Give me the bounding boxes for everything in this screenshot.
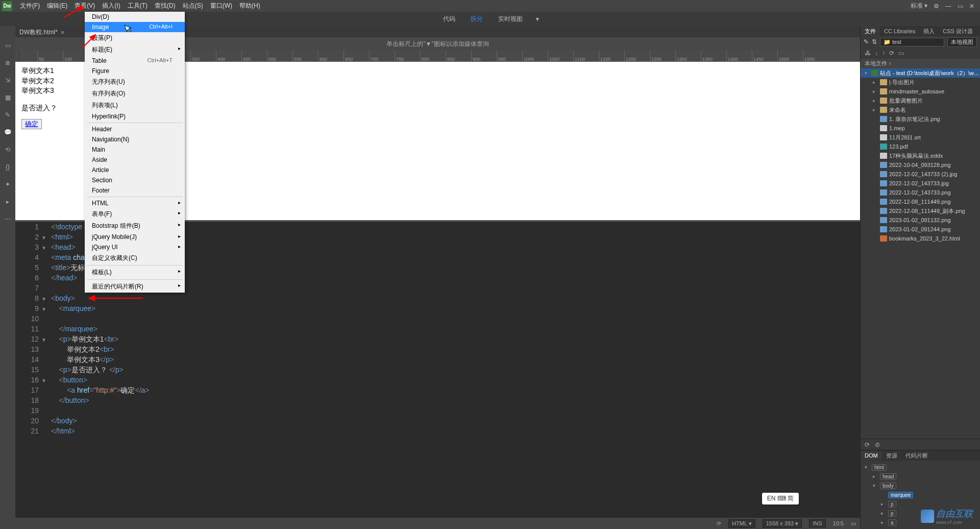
- file-row[interactable]: 2022-12-02_143733 (2).jpg: [861, 170, 980, 179]
- dropdown-item[interactable]: Div(D): [85, 12, 185, 22]
- code-line[interactable]: <button>: [51, 375, 860, 385]
- file-row[interactable]: 11月28日.srt: [861, 133, 980, 142]
- menu-item[interactable]: 窗口(W): [207, 1, 236, 11]
- file-row[interactable]: 2022-12-08_111449_副本.png: [861, 206, 980, 215]
- tool-comment-icon[interactable]: 💬: [3, 127, 13, 137]
- file-row[interactable]: 2023-01-02_091244.png: [861, 225, 980, 234]
- sync-icon[interactable]: ⚙: [932, 1, 941, 11]
- tree-arrow-icon[interactable]: ▾: [873, 483, 878, 488]
- line-number[interactable]: 11: [15, 324, 47, 334]
- file-row[interactable]: 2022-12-02_143733.jpg: [861, 179, 980, 188]
- line-number[interactable]: 14: [15, 354, 47, 365]
- tool-align-icon[interactable]: ▦: [3, 92, 13, 103]
- code-line[interactable]: 举例文本3</p>: [51, 354, 860, 365]
- panel-tab[interactable]: 插入: [919, 26, 939, 37]
- view-code[interactable]: 代码: [440, 13, 458, 26]
- menu-item[interactable]: 查看(V): [71, 1, 99, 11]
- dropdown-item[interactable]: Figure: [85, 66, 185, 76]
- file-row[interactable]: 1.mep: [861, 124, 980, 133]
- dropdown-item[interactable]: 无序列表(U): [85, 76, 185, 88]
- tool-format-icon[interactable]: {}: [3, 162, 13, 172]
- file-row[interactable]: 2022-12-08_111449.png: [861, 197, 980, 206]
- dropdown-item[interactable]: ImageCtrl+Alt+I: [85, 22, 185, 32]
- dom-node[interactable]: ▾html: [863, 463, 978, 472]
- code-line[interactable]: <a href="http:#">确定</a>: [51, 385, 860, 395]
- file-row[interactable]: 2022-12-02_143733.png: [861, 188, 980, 197]
- file-row[interactable]: 2023-01-02_091132.png: [861, 215, 980, 225]
- tool-file-icon[interactable]: ▭: [3, 40, 13, 51]
- status-overflow-icon[interactable]: ▭: [851, 520, 856, 527]
- tool-expand-icon[interactable]: ⇲: [3, 75, 13, 85]
- panel-tab[interactable]: CSS 设计器: [939, 26, 977, 37]
- tool-star-icon[interactable]: ✦: [3, 179, 13, 189]
- dom-node[interactable]: ▾body: [863, 481, 978, 490]
- tool-preview-icon[interactable]: ▸: [3, 197, 13, 207]
- close-icon[interactable]: ✕: [968, 1, 976, 11]
- panel-tab[interactable]: 文件: [861, 26, 880, 37]
- sync-files-icon[interactable]: ⟳: [889, 50, 894, 57]
- tree-arrow-icon[interactable]: ▸: [881, 511, 886, 516]
- log-icon[interactable]: ⊘: [875, 441, 880, 448]
- file-row[interactable]: 17种头脑风暴法.eddx: [861, 151, 980, 160]
- dropdown-item[interactable]: jQuery Mobile(J): [85, 232, 185, 242]
- code-line[interactable]: 举例文本2<br>: [51, 344, 860, 354]
- menu-item[interactable]: 插入(I): [99, 1, 124, 11]
- dropdown-item[interactable]: Hyperlink(P): [85, 111, 185, 122]
- dropdown-item[interactable]: 表单(F): [85, 208, 185, 220]
- file-row[interactable]: ▸|·导出图片: [861, 78, 980, 87]
- code-line[interactable]: </body>: [51, 416, 860, 426]
- file-row[interactable]: 2022-10-04_093128.png: [861, 160, 980, 170]
- expand-icon[interactable]: ▭: [898, 50, 904, 57]
- code-line[interactable]: [51, 314, 860, 324]
- code-line[interactable]: [51, 405, 860, 416]
- code-line[interactable]: <p>是否进入？ </p>: [51, 365, 860, 375]
- dropdown-item[interactable]: Footer: [85, 185, 185, 196]
- tool-manage-icon[interactable]: ≣: [3, 58, 13, 68]
- dom-tab[interactable]: 资源: [882, 450, 901, 461]
- line-number[interactable]: 8 ▼: [15, 293, 47, 303]
- connect-icon[interactable]: 🖧: [865, 50, 871, 57]
- menu-item[interactable]: 查找(D): [151, 1, 179, 11]
- status-lang[interactable]: HTML ▾: [728, 519, 755, 528]
- file-row[interactable]: 1. 康奈尔笔记法.png: [861, 114, 980, 124]
- view-select[interactable]: 本地视图: [947, 37, 977, 47]
- view-live[interactable]: 实时视图: [495, 13, 526, 26]
- panel-tab[interactable]: CC Libraries: [880, 27, 919, 36]
- dropdown-item[interactable]: Main: [85, 145, 185, 155]
- line-number[interactable]: 7: [15, 283, 47, 293]
- dom-tab[interactable]: DOM: [861, 451, 882, 460]
- ftp-icon[interactable]: ⇅: [872, 38, 877, 45]
- dropdown-item[interactable]: Navigation(N): [85, 134, 185, 145]
- file-row[interactable]: 123.pdf: [861, 142, 980, 151]
- menu-item[interactable]: 帮助(H): [236, 1, 264, 11]
- code-line[interactable]: </html>: [51, 426, 860, 436]
- code-line[interactable]: </button>: [51, 395, 860, 405]
- tree-arrow-icon[interactable]: ▸: [873, 474, 878, 479]
- tool-paint-icon[interactable]: ✎: [3, 110, 13, 120]
- workspace-select[interactable]: 标准 ▾: [909, 0, 929, 12]
- dropdown-item[interactable]: 段落(P): [85, 32, 185, 44]
- line-number[interactable]: 19: [15, 405, 47, 416]
- tool-wrap-icon[interactable]: ⟲: [3, 145, 13, 155]
- define-sites-icon[interactable]: ✎: [864, 38, 869, 45]
- dropdown-item[interactable]: 模板(L): [85, 267, 185, 278]
- put-icon[interactable]: ↑: [882, 50, 885, 57]
- dom-node[interactable]: marquee: [863, 490, 978, 499]
- dropdown-item[interactable]: jQuery UI: [85, 242, 185, 252]
- file-row[interactable]: ▸未命名: [861, 105, 980, 114]
- get-icon[interactable]: ↓: [875, 50, 878, 57]
- refresh-icon[interactable]: ⟳: [865, 441, 870, 448]
- dropdown-item[interactable]: Aside: [85, 155, 185, 165]
- line-number[interactable]: 13: [15, 344, 47, 354]
- code-line[interactable]: <marquee>: [51, 303, 860, 314]
- tool-more-icon[interactable]: ⋯: [3, 214, 13, 224]
- site-select[interactable]: 📁 test: [880, 38, 944, 46]
- tree-arrow-icon[interactable]: ▸: [881, 520, 886, 525]
- file-tree-root[interactable]: ▾ 站点 - test (D:\tools\桌面\work（2）\work (.…: [861, 68, 980, 78]
- file-row[interactable]: ▸mindmaster_autosave: [861, 87, 980, 96]
- line-number[interactable]: 18: [15, 395, 47, 405]
- dropdown-item[interactable]: Bootstrap 组件(B): [85, 220, 185, 232]
- line-number[interactable]: 3 ▼: [15, 242, 47, 252]
- dropdown-item[interactable]: 列表项(L): [85, 100, 185, 111]
- menu-item[interactable]: 工具(T): [124, 1, 151, 11]
